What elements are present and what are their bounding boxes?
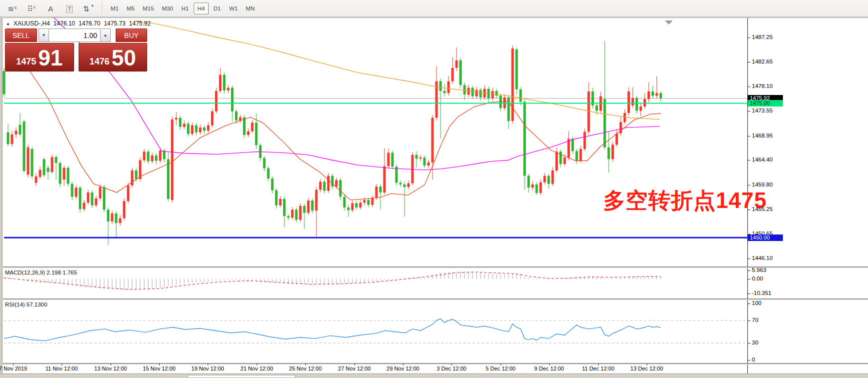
price-tick-label: 1459.80 bbox=[752, 182, 773, 188]
timeframe-button-m5[interactable]: M5 bbox=[123, 2, 138, 14]
candle-body bbox=[355, 203, 358, 208]
timeframe-button-m30[interactable]: M30 bbox=[158, 2, 176, 14]
candle-body bbox=[524, 102, 526, 176]
candle-body bbox=[187, 124, 190, 134]
price-tick-label: 1468.95 bbox=[752, 132, 773, 138]
status-strip bbox=[0, 374, 868, 378]
candle-body bbox=[540, 182, 542, 192]
text-box-tool-button[interactable]: T bbox=[61, 2, 78, 15]
chart-macd-separator[interactable] bbox=[3, 266, 868, 268]
grid-tool-button[interactable]: ⠿F bbox=[23, 2, 40, 15]
styler-icon: ≋ bbox=[8, 4, 15, 14]
candle-body bbox=[448, 82, 450, 94]
candle-body bbox=[131, 170, 134, 186]
candle-body bbox=[640, 106, 642, 111]
volume-decrease-button[interactable]: ▼ bbox=[39, 28, 49, 42]
volume-input[interactable] bbox=[49, 28, 100, 42]
price-tick-mark bbox=[748, 38, 750, 38]
candle-body bbox=[27, 148, 30, 175]
timeframe-button-h4[interactable]: H4 bbox=[194, 2, 209, 14]
candle-body bbox=[544, 176, 546, 182]
candle-body bbox=[580, 149, 582, 161]
timeframe-button-w1[interactable]: W1 bbox=[226, 2, 241, 14]
candle-body bbox=[203, 128, 206, 130]
candle-body bbox=[111, 214, 114, 222]
trading-terminal-window: ≋E⠿FAT⇅▼M1M5M15M30H1H4D1W1MN ▲ XAUUSD-,H… bbox=[0, 0, 868, 378]
candle-body bbox=[63, 168, 66, 180]
ohlc-low: 1475.73 bbox=[104, 20, 125, 27]
sell-price-panel[interactable]: 1475 91 bbox=[5, 43, 74, 72]
buy-price-panel[interactable]: 1476 50 bbox=[79, 43, 148, 72]
date-tick-label: 5 Dec 12:00 bbox=[486, 366, 515, 372]
macd-rsi-separator[interactable] bbox=[3, 298, 868, 300]
date-tick-label: 11 Nov 12:00 bbox=[46, 366, 78, 372]
candle-body bbox=[520, 90, 522, 102]
candle-body bbox=[335, 180, 338, 186]
chart-shift-marker-icon[interactable] bbox=[665, 20, 673, 24]
candle-body bbox=[7, 132, 10, 144]
candle-body bbox=[55, 157, 58, 163]
status-strip-segment bbox=[188, 375, 295, 378]
macd-tick-label: 5.963 bbox=[752, 267, 766, 273]
candle-body bbox=[415, 155, 418, 159]
candle-body bbox=[556, 152, 558, 170]
candle-body bbox=[476, 90, 478, 96]
sell-price-pips: 91 bbox=[38, 47, 63, 69]
arrange-tool-button[interactable]: ⇅▼ bbox=[80, 2, 97, 15]
candle-body bbox=[656, 93, 658, 96]
date-tick-label: 3 Dec 12:00 bbox=[437, 366, 466, 372]
macd-tick-label: -10.351 bbox=[752, 290, 771, 296]
candle-body bbox=[215, 91, 218, 112]
candle-body bbox=[3, 71, 6, 94]
candle-body bbox=[616, 134, 618, 145]
timeframe-button-mn[interactable]: MN bbox=[242, 2, 258, 14]
volume-increase-button[interactable]: ▲ bbox=[100, 28, 111, 42]
candle-body bbox=[572, 138, 574, 151]
chart-annotation-text[interactable]: 多空转折点1475 bbox=[603, 186, 767, 216]
chart-header: ▲ XAUUSD-,H4 1476.10 1476.70 1475.73 147… bbox=[6, 20, 151, 27]
buy-button[interactable]: BUY bbox=[116, 28, 147, 42]
candle-body bbox=[632, 98, 634, 106]
rsi-tick-label: 0 bbox=[752, 356, 755, 362]
candle-body bbox=[199, 128, 202, 132]
candle-body bbox=[407, 184, 410, 188]
ohlc-close: 1475.92 bbox=[129, 20, 151, 27]
candle-body bbox=[652, 92, 654, 96]
candle-body bbox=[263, 158, 266, 168]
timeframe-button-h1[interactable]: H1 bbox=[178, 2, 193, 14]
text-tool-button[interactable]: A bbox=[42, 2, 59, 15]
candle-body bbox=[359, 202, 362, 208]
candle-body bbox=[67, 168, 70, 184]
candle-body bbox=[251, 122, 254, 131]
text-box-icon: T bbox=[67, 6, 73, 13]
timeframe-button-m1[interactable]: M1 bbox=[107, 2, 122, 14]
candle-body bbox=[91, 192, 94, 206]
candle-body bbox=[363, 200, 366, 202]
collapse-subwindow-icon[interactable]: ▲ bbox=[6, 22, 10, 26]
timeframe-button-m15[interactable]: M15 bbox=[139, 2, 157, 14]
candle-body bbox=[564, 158, 566, 164]
candle-body bbox=[223, 75, 226, 90]
candle-body bbox=[143, 152, 146, 160]
rsi-tick-mark bbox=[748, 343, 750, 344]
styler-tool-button[interactable]: ≋E bbox=[4, 2, 21, 15]
buy-price-pips: 50 bbox=[112, 47, 136, 69]
candle-body bbox=[99, 187, 102, 198]
price-tick-mark bbox=[748, 160, 750, 160]
date-tick-label: 13 Nov 12:00 bbox=[94, 366, 127, 372]
candle-body bbox=[183, 124, 186, 126]
candle-body bbox=[480, 90, 482, 98]
candle-body bbox=[484, 89, 486, 98]
candle-body bbox=[584, 132, 586, 149]
candle-body bbox=[379, 186, 382, 192]
rsi-tick-mark bbox=[748, 320, 750, 321]
rsi-tick-mark bbox=[748, 360, 750, 360]
dropdown-caret-icon[interactable]: ▼ bbox=[91, 0, 94, 12]
candle-body bbox=[239, 118, 242, 120]
rsi-dateaxis-separator bbox=[3, 363, 868, 364]
macd-label: MACD(12,26,9) 2.198 1.765 bbox=[5, 270, 77, 276]
price-tick-mark bbox=[748, 185, 750, 186]
timeframe-button-d1[interactable]: D1 bbox=[210, 2, 225, 14]
sell-button[interactable]: SELL bbox=[5, 28, 37, 42]
price-tick-mark bbox=[748, 258, 750, 259]
